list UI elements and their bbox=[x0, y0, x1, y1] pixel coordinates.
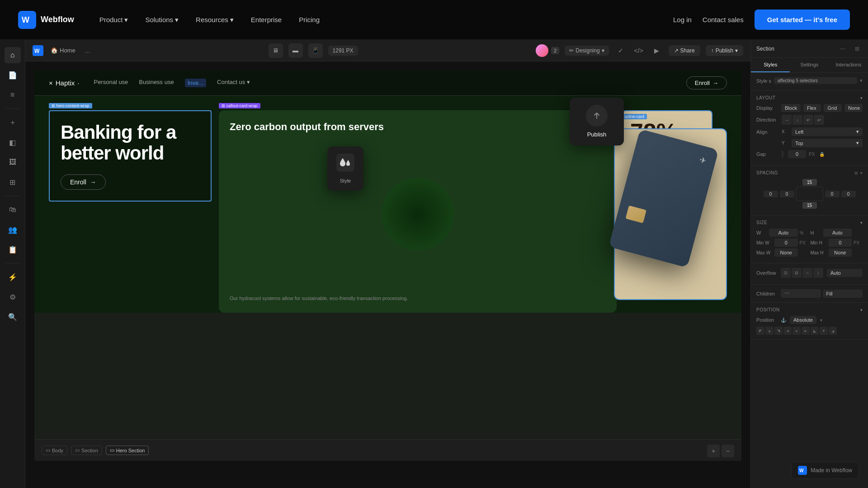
toolbar-desktop-btn[interactable]: 🖥 bbox=[269, 43, 283, 58]
sidebar-settings-icon[interactable]: ⚙ bbox=[5, 289, 21, 305]
site-nav-personal[interactable]: Personal use bbox=[94, 79, 128, 87]
dir-wrap-btn[interactable]: ↵ bbox=[803, 115, 813, 125]
position-type-select[interactable]: Absolute bbox=[790, 316, 816, 324]
toolbar-tablet-btn[interactable]: ▬ bbox=[288, 43, 303, 58]
gap-label: Gap bbox=[756, 151, 779, 157]
zoom-in-button[interactable]: + bbox=[707, 445, 720, 457]
gap-input[interactable]: 0 bbox=[788, 150, 806, 158]
card-green-text: Our hydracool systems allow for sustaina… bbox=[230, 295, 606, 302]
pos-bc[interactable]: ▼ bbox=[820, 327, 828, 335]
zoom-out-button[interactable]: − bbox=[722, 445, 734, 457]
nav-product[interactable]: Product ▾ bbox=[92, 12, 136, 28]
hero-enroll-button[interactable]: Enroll → bbox=[61, 174, 106, 190]
margin-left-input[interactable]: 0 bbox=[780, 191, 794, 197]
toolbar-mode-selector[interactable]: ✏ Designing ▾ bbox=[565, 46, 609, 56]
overflow-visible-btn[interactable]: ⊡ bbox=[781, 268, 791, 278]
dir-down-btn[interactable]: ↓ bbox=[793, 115, 802, 125]
crumb-hero[interactable]: ▭ Hero Section bbox=[106, 446, 149, 455]
sidebar-ecommerce-icon[interactable]: 🛍 bbox=[5, 202, 21, 218]
pos-tl[interactable]: ◤ bbox=[756, 327, 764, 335]
toolbar-preview-icon[interactable]: ▶ bbox=[651, 44, 663, 57]
toolbar-mobile-btn[interactable]: 📱 bbox=[308, 43, 323, 58]
flex-select[interactable]: Flex bbox=[803, 104, 821, 112]
height-input[interactable]: Auto bbox=[823, 229, 852, 237]
grid-select[interactable]: Grid bbox=[824, 104, 842, 112]
chevron-down-icon[interactable]: ▾ bbox=[860, 78, 863, 84]
nav-cta-button[interactable]: Get started — it's free bbox=[755, 9, 850, 30]
sidebar-home-icon[interactable]: ⌂ bbox=[5, 47, 21, 63]
sidebar-forms-icon[interactable]: 📋 bbox=[5, 241, 21, 258]
none-select[interactable]: None bbox=[844, 104, 863, 112]
dir-right-btn[interactable]: → bbox=[782, 115, 792, 125]
sidebar-cms-icon[interactable]: ⊞ bbox=[5, 174, 21, 190]
toolbar-share-button[interactable]: ↗ Share bbox=[669, 45, 700, 56]
padding-top-input[interactable]: 15 bbox=[802, 179, 817, 186]
crumb-body[interactable]: ▭ Body bbox=[42, 446, 67, 455]
nav-pricing[interactable]: Pricing bbox=[292, 12, 327, 27]
toolbar-avatar-count: 2 bbox=[551, 47, 559, 54]
site-nav-business[interactable]: Business use bbox=[139, 79, 174, 87]
toolbar-check-icon[interactable]: ✓ bbox=[614, 44, 627, 57]
site-enroll-button[interactable]: Enroll → bbox=[686, 76, 727, 89]
padding-right-input[interactable]: 0 bbox=[841, 191, 856, 197]
crumb-section[interactable]: ▭ Section bbox=[71, 446, 102, 455]
toolbar-publish-button[interactable]: ↑ Publish ▾ bbox=[706, 45, 743, 56]
sidebar-users-icon[interactable]: 👥 bbox=[5, 221, 21, 238]
toolbar-home[interactable]: 🏠 Home bbox=[51, 47, 75, 54]
pos-mc[interactable]: ● bbox=[793, 327, 801, 335]
sidebar-layers-icon[interactable]: ≡ bbox=[5, 87, 21, 103]
pos-tr[interactable]: ◥ bbox=[774, 327, 783, 335]
site-nav-invest[interactable]: Inve... bbox=[185, 79, 206, 87]
panel-expand-icon[interactable]: ⊞ bbox=[852, 43, 863, 54]
pos-mr[interactable]: ► bbox=[802, 327, 810, 335]
margin-right-input[interactable]: 0 bbox=[825, 191, 840, 197]
hero-content-wrap: ⊞ hero-content-wrap Banking for a better… bbox=[49, 110, 212, 313]
spacing-expand-icon[interactable]: ⊞ bbox=[854, 171, 859, 175]
sidebar-logic-icon[interactable]: ⚡ bbox=[5, 269, 21, 285]
panel-tab-interactions[interactable]: Interactions bbox=[829, 58, 868, 72]
toolbar-code-icon[interactable]: </> bbox=[632, 44, 645, 57]
align-x-select[interactable]: Left ▾ bbox=[792, 127, 863, 136]
pos-tc[interactable]: ▲ bbox=[765, 327, 774, 335]
sidebar-components-icon[interactable]: ◧ bbox=[5, 134, 21, 150]
nav-enterprise[interactable]: Enterprise bbox=[244, 12, 289, 27]
pos-bl[interactable]: ◣ bbox=[811, 327, 819, 335]
padding-left-input[interactable]: 0 bbox=[764, 191, 778, 197]
overflow-auto-select[interactable]: Auto bbox=[827, 269, 863, 277]
gap-slider bbox=[782, 150, 783, 158]
sidebar-assets-icon[interactable]: 🖼 bbox=[5, 154, 21, 170]
display-select[interactable]: Block bbox=[781, 104, 801, 112]
nav-resources[interactable]: Resources ▾ bbox=[189, 12, 241, 28]
nav-login-link[interactable]: Log in bbox=[673, 16, 692, 23]
direction-label: Direction bbox=[756, 117, 779, 122]
align-label: Align bbox=[756, 129, 779, 135]
sidebar-add-icon[interactable]: ＋ bbox=[5, 114, 21, 131]
pos-br[interactable]: ◢ bbox=[829, 327, 837, 335]
children-select[interactable]: Fill bbox=[823, 290, 863, 298]
max-w-input[interactable]: None bbox=[774, 249, 798, 257]
max-h-input[interactable]: None bbox=[829, 249, 852, 257]
top-nav: W Webflow Product ▾ Solutions ▾ Resource… bbox=[0, 0, 868, 40]
nav-solutions[interactable]: Solutions ▾ bbox=[138, 12, 186, 28]
panel-dots-icon[interactable]: ⋯ bbox=[837, 43, 848, 54]
overflow-hidden-btn[interactable]: ⊟ bbox=[792, 268, 802, 278]
dir-wrap-rev-btn[interactable]: ↩ bbox=[814, 115, 824, 125]
min-h-input[interactable]: 0 bbox=[829, 239, 852, 247]
nav-contact-link[interactable]: Contact sales bbox=[703, 16, 744, 23]
lock-icon[interactable]: 🔒 bbox=[819, 152, 825, 157]
nav-logo[interactable]: W Webflow bbox=[18, 11, 74, 29]
padding-bottom-input[interactable]: 15 bbox=[802, 202, 817, 209]
min-w-input[interactable]: 0 bbox=[774, 239, 798, 247]
overflow-scroll-y-btn[interactable]: ↕ bbox=[813, 268, 823, 278]
site-nav-contact[interactable]: Contact us ▾ bbox=[217, 79, 250, 87]
sidebar-zoom-icon[interactable]: 🔍 bbox=[5, 309, 21, 325]
width-input[interactable]: Auto bbox=[769, 229, 798, 237]
overflow-scroll-x-btn[interactable]: ↔ bbox=[802, 268, 812, 278]
canvas-viewport[interactable]: Publish × Haptix · Personal use Business… bbox=[25, 61, 750, 488]
align-y-select[interactable]: Top ▾ bbox=[792, 139, 863, 147]
card-green: Zero carbon output from servers Our hydr… bbox=[219, 110, 617, 313]
panel-tab-styles[interactable]: Styles bbox=[751, 58, 790, 72]
panel-tab-settings[interactable]: Settings bbox=[790, 58, 829, 72]
pos-ml[interactable]: ◄ bbox=[783, 327, 792, 335]
sidebar-pages-icon[interactable]: 📄 bbox=[5, 67, 21, 83]
